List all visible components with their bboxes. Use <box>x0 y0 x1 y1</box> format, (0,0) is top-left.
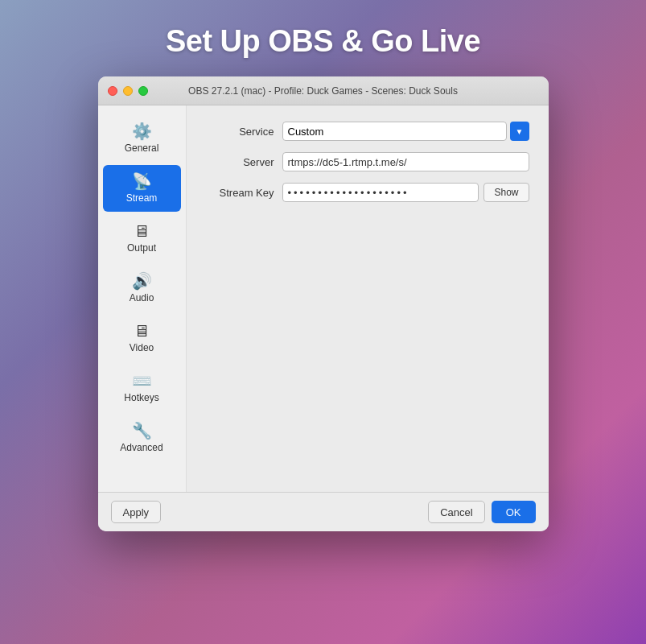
server-row: Server <box>206 152 529 171</box>
sidebar-label-stream: Stream <box>126 192 158 204</box>
server-input[interactable] <box>282 152 529 171</box>
audio-icon: 🔊 <box>132 273 152 289</box>
minimize-button[interactable] <box>123 86 133 96</box>
titlebar: OBS 27.2.1 (mac) - Profile: Duck Games -… <box>98 76 549 105</box>
sidebar-label-video: Video <box>130 342 154 353</box>
window-body: ⚙️ General 📡 Stream 🖥 Output 🔊 Audio 🖥 V… <box>98 105 549 492</box>
sidebar-item-output[interactable]: 🖥 Output <box>103 215 181 262</box>
gear-icon: ⚙️ <box>132 123 152 139</box>
service-row: Service Custom Twitch YouTube Facebook L… <box>206 122 529 141</box>
sidebar-label-output: Output <box>127 242 156 254</box>
sidebar-item-hotkeys[interactable]: ⌨️ Hotkeys <box>103 365 181 411</box>
sidebar-label-audio: Audio <box>130 292 154 303</box>
select-arrow-icon[interactable]: ▼ <box>510 122 529 141</box>
cancel-button[interactable]: Cancel <box>428 501 484 523</box>
footer-right-buttons: Cancel OK <box>428 501 535 523</box>
sidebar-label-advanced: Advanced <box>120 442 163 453</box>
close-button[interactable] <box>108 86 117 96</box>
service-select[interactable]: Custom Twitch YouTube Facebook Live <box>282 122 507 141</box>
sidebar-item-stream[interactable]: 📡 Stream <box>103 165 181 212</box>
service-label: Service <box>206 126 274 138</box>
advanced-icon: 🔧 <box>132 423 152 439</box>
output-icon: 🖥 <box>134 223 150 239</box>
sidebar-label-hotkeys: Hotkeys <box>124 392 158 403</box>
server-label: Server <box>206 156 274 168</box>
apply-button[interactable]: Apply <box>111 501 162 523</box>
service-select-wrapper: Custom Twitch YouTube Facebook Live ▼ <box>282 122 529 141</box>
sidebar: ⚙️ General 📡 Stream 🖥 Output 🔊 Audio 🖥 V… <box>98 105 187 492</box>
sidebar-label-general: General <box>125 142 159 154</box>
stream-icon: 📡 <box>132 173 152 189</box>
titlebar-text: OBS 27.2.1 (mac) - Profile: Duck Games -… <box>188 85 458 97</box>
ok-button[interactable]: OK <box>492 501 536 523</box>
sidebar-item-audio[interactable]: 🔊 Audio <box>103 265 181 312</box>
stream-key-control: Show <box>282 183 529 202</box>
page-title: Set Up OBS & Go Live <box>166 24 480 59</box>
window-footer: Apply Cancel OK <box>98 492 549 531</box>
server-control <box>282 152 529 171</box>
sidebar-item-advanced[interactable]: 🔧 Advanced <box>103 415 181 461</box>
stream-key-label: Stream Key <box>206 187 274 199</box>
service-control: Custom Twitch YouTube Facebook Live ▼ <box>282 122 529 141</box>
sidebar-item-general[interactable]: ⚙️ General <box>103 115 181 162</box>
main-content: Service Custom Twitch YouTube Facebook L… <box>187 105 549 492</box>
obs-window: OBS 27.2.1 (mac) - Profile: Duck Games -… <box>98 76 549 531</box>
video-icon: 🖥 <box>134 323 150 339</box>
stream-key-input-row: Show <box>282 183 529 202</box>
maximize-button[interactable] <box>138 86 148 96</box>
stream-key-row: Stream Key Show <box>206 183 529 202</box>
traffic-lights <box>108 86 148 96</box>
show-stream-key-button[interactable]: Show <box>483 183 529 202</box>
hotkeys-icon: ⌨️ <box>132 373 152 389</box>
stream-key-input[interactable] <box>282 183 479 202</box>
sidebar-item-video[interactable]: 🖥 Video <box>103 315 181 361</box>
